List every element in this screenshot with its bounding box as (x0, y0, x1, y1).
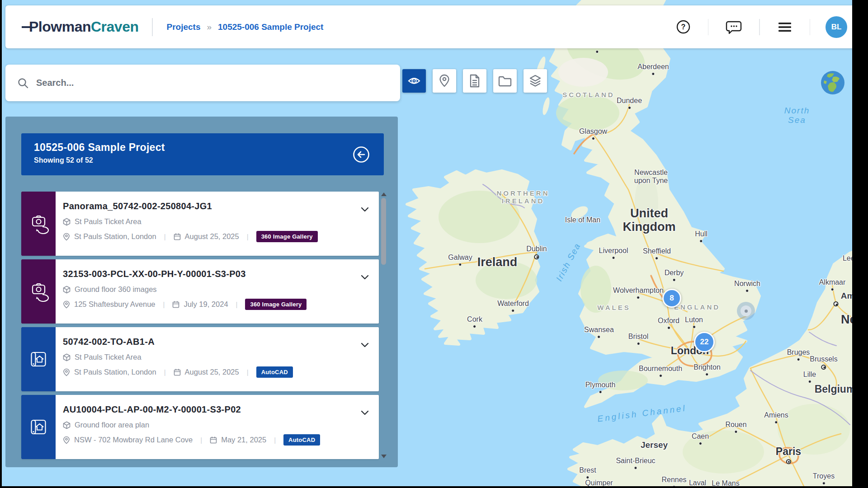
screen-edge (0, 486, 868, 488)
asset-description: Ground floor area plan (75, 421, 149, 429)
location-pin-icon (63, 300, 70, 309)
scrollbar-thumb[interactable] (381, 198, 386, 265)
user-avatar[interactable]: BL (826, 16, 847, 38)
scroll-down-arrow[interactable] (381, 455, 387, 458)
map-pin-icon (438, 74, 451, 88)
expand-chevron-button[interactable] (359, 339, 371, 351)
header-icon-divider (759, 19, 760, 35)
logo-secondary: Craven (91, 19, 139, 35)
expand-chevron-button[interactable] (359, 407, 371, 418)
document-icon (468, 74, 481, 88)
asset-description: St Pauls Ticket Area (75, 217, 142, 226)
calendar-icon (174, 233, 181, 240)
calendar-icon (172, 300, 179, 308)
menu-icon (777, 21, 793, 33)
model-cube-icon (63, 286, 71, 294)
cluster-count: 8 (670, 294, 674, 303)
expand-chevron-button[interactable] (359, 271, 371, 283)
help-icon: ? (676, 19, 691, 34)
asset-title: Panorama_50742-002-250804-JG1 (63, 201, 352, 211)
list-item-body: 50742-002-TO-AB1-A St Pauls Ticket Area (56, 327, 379, 391)
asset-description: St Pauls Ticket Area (75, 353, 142, 361)
list-item-type-strip (21, 192, 56, 256)
asset-meta-line: St Pauls Station, London | August 25, 20… (63, 366, 352, 378)
list-item[interactable]: Panorama_50742-002-250804-JG1 St Pauls T… (21, 192, 379, 256)
header-icon-divider (708, 19, 709, 35)
cluster-marker[interactable]: 22 (694, 332, 715, 352)
list-item-type-strip (21, 259, 56, 324)
model-cube-icon (63, 421, 71, 429)
app-window: Inverness Aberdeen SCOTLAND D (0, 0, 868, 488)
layers-button[interactable] (524, 69, 547, 93)
list-scrollbar[interactable] (381, 192, 387, 459)
camera-360-icon (28, 281, 49, 302)
asset-date: July 19, 2024 (184, 300, 228, 309)
list-item[interactable]: 32153-003-PCL-XX-00-PH-Y-00001-S3-P03 Gr… (21, 259, 379, 324)
folders-button[interactable] (493, 69, 517, 93)
search-icon (17, 77, 29, 89)
asset-meta-line: NSW - 702 Mowbray Rd Lane Cove | May 21,… (63, 434, 352, 446)
list-item-body: 32153-003-PCL-XX-00-PH-Y-00001-S3-P03 Gr… (56, 259, 379, 324)
cluster-count: 22 (700, 338, 709, 347)
asset-type-badge: 360 Image Gallery (245, 299, 307, 310)
eye-icon (407, 74, 421, 88)
asset-location: 125 Shaftesbury Avenue (74, 300, 156, 309)
scroll-up-arrow[interactable] (381, 192, 387, 196)
list-item[interactable]: 50742-002-TO-AB1-A St Pauls Ticket Area (21, 327, 379, 391)
breadcrumb-projects-link[interactable]: Projects (166, 22, 200, 32)
location-pin-icon (63, 233, 70, 241)
cluster-marker[interactable]: 8 (662, 289, 681, 308)
asset-meta-line: St Pauls Station, London | August 25, 20… (63, 231, 352, 242)
header-divider (152, 18, 153, 36)
asset-type-badge: 360 Image Gallery (256, 231, 318, 242)
chevron-down-icon (359, 339, 371, 351)
screen-edge (852, 0, 868, 488)
breadcrumb: Projects » 10525-006 Sample Project (166, 22, 323, 32)
asset-meta-line: 125 Shaftesbury Avenue | July 19, 2024 |… (63, 299, 352, 310)
floorplan-icon (28, 417, 49, 437)
asset-date: August 25, 2025 (185, 368, 239, 376)
expand-chevron-button[interactable] (359, 203, 371, 215)
toggle-visibility-button[interactable] (402, 69, 426, 93)
location-pins-button[interactable] (433, 69, 456, 93)
asset-type-badge: AutoCAD (283, 434, 320, 446)
asset-description-line: Ground floor area plan (63, 421, 352, 429)
project-showing-count: Showing 52 of 52 (34, 156, 371, 164)
globe-icon (820, 70, 846, 96)
selected-point-marker[interactable] (737, 302, 755, 320)
documents-button[interactable] (463, 69, 486, 93)
top-bar: PlowmanCraven Projects » 10525-006 Sampl… (5, 5, 868, 48)
project-panel-header: 10525-006 Sample Project Showing 52 of 5… (21, 133, 384, 175)
asset-description: Ground floor 360 images (75, 285, 157, 294)
back-button[interactable] (352, 145, 370, 164)
selected-point-marker-core (745, 310, 748, 313)
model-cube-icon (63, 353, 71, 361)
main-menu-button[interactable] (775, 19, 794, 35)
logo-primary: Plowman (29, 19, 91, 35)
asset-list: Panorama_50742-002-250804-JG1 St Pauls T… (21, 192, 379, 459)
svg-text:?: ? (681, 23, 685, 31)
list-item-body: Panorama_50742-002-250804-JG1 St Pauls T… (56, 192, 379, 256)
camera-360-icon (28, 213, 49, 234)
chat-icon (726, 19, 742, 35)
help-button[interactable]: ? (674, 18, 693, 36)
meta-separator: | (163, 300, 165, 308)
search-input[interactable] (36, 78, 388, 88)
meta-separator: | (164, 368, 166, 376)
feedback-button[interactable] (724, 18, 744, 37)
globe-basemap-button[interactable] (820, 70, 846, 96)
project-panel: 10525-006 Sample Project Showing 52 of 5… (5, 117, 398, 467)
meta-separator: | (164, 233, 166, 240)
screen-edge (0, 0, 2, 488)
asset-type-badge: AutoCAD (256, 366, 293, 378)
user-initials: BL (831, 23, 842, 32)
back-arrow-icon (352, 145, 370, 164)
asset-title: 32153-003-PCL-XX-00-PH-Y-00001-S3-P03 (63, 269, 352, 279)
asset-description-line: St Pauls Ticket Area (63, 353, 352, 361)
chevron-down-icon (359, 203, 371, 215)
asset-title: 50742-002-TO-AB1-A (63, 337, 352, 347)
layers-icon (528, 74, 542, 88)
brand-logo[interactable]: PlowmanCraven (22, 19, 138, 35)
header-icon-divider (810, 19, 811, 35)
list-item[interactable]: AU10004-PCL-AP-00-M2-Y-00001-S3-P02 Grou… (21, 395, 379, 459)
